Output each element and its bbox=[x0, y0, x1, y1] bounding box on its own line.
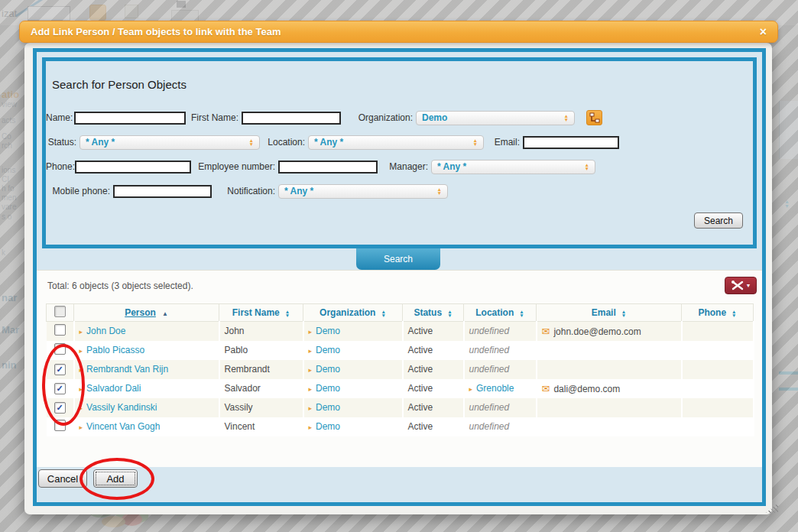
select-arrows-icon: ▲▼ bbox=[564, 114, 569, 122]
person-link[interactable]: Salvador Dali bbox=[86, 383, 141, 394]
search-tab[interactable]: Search bbox=[356, 248, 440, 270]
first-name-cell: Vincent bbox=[219, 417, 303, 436]
row-checkbox[interactable]: ✓ bbox=[54, 402, 66, 414]
organization-hierarchy-button[interactable] bbox=[586, 110, 602, 125]
organization-link[interactable]: Demo bbox=[316, 345, 340, 355]
phone-cell bbox=[682, 398, 754, 417]
name-label: Name: bbox=[46, 112, 71, 123]
email-input[interactable] bbox=[523, 136, 619, 149]
organization-link[interactable]: Demo bbox=[316, 402, 340, 413]
select-arrows-icon: ▲▼ bbox=[585, 163, 589, 170]
organization-link[interactable]: Demo bbox=[316, 326, 340, 336]
email-text: john.doe@demo.com bbox=[553, 326, 641, 337]
table-actions-button[interactable]: ▼ bbox=[725, 277, 757, 294]
employee-number-input[interactable] bbox=[278, 161, 378, 174]
sort-icon: ▲▼ bbox=[447, 310, 452, 317]
person-link[interactable]: Rembrandt Van Rijn bbox=[86, 364, 168, 375]
organization-link[interactable]: Demo bbox=[316, 421, 340, 432]
sort-asc-icon: ▲ bbox=[162, 310, 168, 317]
close-icon[interactable]: × bbox=[760, 26, 767, 38]
status-cell: Active bbox=[403, 417, 464, 436]
column-header-phone[interactable]: Phone▲▼ bbox=[682, 304, 754, 322]
location-cell: undefined bbox=[464, 322, 537, 341]
manager-label: Manager: bbox=[388, 161, 428, 172]
column-header-check bbox=[47, 304, 74, 322]
first-name-input[interactable] bbox=[242, 112, 341, 125]
results-table-body: ▸John Doe John ▸Demo Active undefined ✉j… bbox=[47, 322, 754, 436]
row-checkbox[interactable] bbox=[54, 343, 66, 355]
status-cell: Active bbox=[403, 341, 464, 360]
organization-link[interactable]: Demo bbox=[316, 383, 340, 394]
person-link[interactable]: Vassily Kandinski bbox=[86, 402, 157, 413]
email-cell bbox=[537, 417, 682, 436]
row-checkbox[interactable] bbox=[54, 324, 66, 336]
column-header-location[interactable]: Location▲▼ bbox=[464, 304, 537, 322]
table-row: ▸Pablo Picasso Pablo ▸Demo Active undefi… bbox=[47, 341, 754, 360]
status-cell: Active bbox=[403, 398, 464, 417]
select-all-checkbox[interactable] bbox=[54, 306, 66, 317]
email-label: Email: bbox=[491, 137, 520, 148]
row-checkbox[interactable]: ✓ bbox=[54, 364, 66, 375]
cancel-button[interactable]: Cancel bbox=[38, 469, 87, 488]
phone-input[interactable] bbox=[75, 161, 191, 174]
link-bullet-icon: ▸ bbox=[309, 404, 313, 412]
row-checkbox[interactable]: ✓ bbox=[54, 383, 66, 394]
name-input[interactable] bbox=[74, 112, 186, 125]
organization-label: Organization: bbox=[352, 112, 413, 123]
dialog-title-bar[interactable]: Add Link Person / Team objects to link w… bbox=[19, 21, 778, 43]
status-select[interactable]: * Any * ▲▼ bbox=[79, 135, 260, 150]
location-undefined: undefined bbox=[469, 421, 510, 432]
column-header-organization[interactable]: Organization▲▼ bbox=[303, 304, 403, 322]
dialog-body: Search for Person Objects Name: First Na… bbox=[24, 43, 772, 514]
location-undefined: undefined bbox=[469, 402, 510, 413]
email-field: Email: bbox=[491, 135, 619, 150]
results-panel: Total: 6 objects (3 objects selected). ▼… bbox=[37, 270, 762, 467]
email-cell: ✉dali@demo.com bbox=[537, 379, 682, 398]
table-row: ▸John Doe John ▸Demo Active undefined ✉j… bbox=[47, 322, 754, 341]
link-bullet-icon: ▸ bbox=[309, 423, 313, 431]
notification-field: Notification: * Any * ▲▼ bbox=[223, 183, 448, 199]
location-select-value: * Any * bbox=[314, 137, 343, 148]
location-cell: ▸Grenoble bbox=[464, 379, 537, 398]
mobile-phone-input[interactable] bbox=[113, 185, 212, 198]
status-cell: Active bbox=[403, 360, 464, 379]
caret-down-icon: ▼ bbox=[746, 283, 751, 288]
form-search-button[interactable]: Search bbox=[694, 212, 743, 229]
link-bullet-icon: ▸ bbox=[309, 347, 313, 355]
person-link[interactable]: Vincent Van Gogh bbox=[86, 421, 160, 432]
first-name-cell: Vassily bbox=[219, 398, 303, 417]
column-header-person[interactable]: Person▲ bbox=[74, 304, 219, 322]
organization-select[interactable]: Demo ▲▼ bbox=[416, 111, 575, 125]
search-panel-heading: Search for Person Objects bbox=[52, 78, 187, 91]
phone-cell bbox=[682, 379, 754, 398]
screen: izat atioviewactsCorchionsCIh fomenvares… bbox=[0, 0, 798, 532]
location-cell: undefined bbox=[464, 360, 537, 379]
column-header-first_name[interactable]: First Name▲▼ bbox=[219, 304, 303, 322]
row-checkbox[interactable] bbox=[54, 420, 66, 431]
notification-select[interactable]: * Any * ▲▼ bbox=[278, 184, 448, 199]
email-text: dali@demo.com bbox=[553, 384, 620, 394]
dialog-title: Add Link Person / Team objects to link w… bbox=[31, 26, 281, 37]
first-name-field: First Name: bbox=[188, 110, 341, 125]
sort-icon: ▲▼ bbox=[621, 310, 626, 317]
results-table-head: Person▲First Name▲▼Organization▲▼Status▲… bbox=[47, 304, 754, 322]
email-cell bbox=[537, 341, 682, 360]
location-link[interactable]: Grenoble bbox=[476, 383, 514, 394]
location-select[interactable]: * Any * ▲▼ bbox=[308, 135, 484, 150]
link-bullet-icon: ▸ bbox=[309, 385, 313, 393]
location-undefined: undefined bbox=[469, 345, 510, 355]
table-row: ▸Vincent Van Gogh Vincent ▸Demo Active u… bbox=[47, 417, 754, 436]
person-link[interactable]: John Doe bbox=[86, 326, 125, 336]
phone-label: Phone: bbox=[46, 161, 72, 172]
column-header-status[interactable]: Status▲▼ bbox=[403, 304, 464, 322]
manager-select[interactable]: * Any * ▲▼ bbox=[431, 160, 595, 174]
organization-link[interactable]: Demo bbox=[316, 364, 340, 375]
sort-icon: ▲▼ bbox=[285, 310, 290, 317]
link-bullet-icon: ▸ bbox=[79, 366, 83, 374]
add-button[interactable]: Add bbox=[93, 469, 138, 488]
phone-cell bbox=[682, 360, 754, 379]
select-arrows-icon: ▲▼ bbox=[249, 138, 254, 146]
person-link[interactable]: Pablo Picasso bbox=[86, 345, 144, 355]
location-cell: undefined bbox=[464, 417, 537, 436]
column-header-email[interactable]: Email▲▼ bbox=[537, 304, 682, 322]
